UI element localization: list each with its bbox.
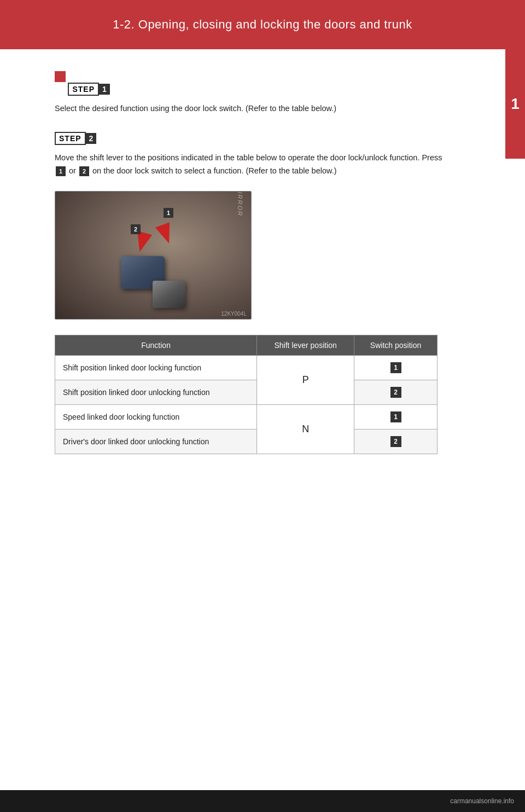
step2-badge1: 1 — [56, 166, 66, 176]
col-header-function: Function — [55, 335, 257, 355]
step1-text: STEP — [68, 83, 99, 96]
table-cell-function: Shift position linked door unlocking fun… — [55, 380, 257, 404]
step1-body: Select the desired function using the do… — [55, 102, 448, 115]
page-title: 1-2. Opening, closing and locking the do… — [113, 18, 412, 32]
table-cell-shift: N — [257, 404, 354, 454]
function-table: Function Shift lever position Switch pos… — [55, 335, 438, 454]
step2-badge2: 2 — [79, 166, 89, 176]
switch-badge: 2 — [390, 387, 401, 398]
table-row: Driver's door linked door unlocking func… — [55, 429, 438, 454]
table-cell-switch: 1 — [354, 355, 438, 380]
table-row: Shift position linked door locking funct… — [55, 355, 438, 380]
step2-body: Move the shift lever to the positions in… — [55, 152, 448, 178]
header-bar: 1-2. Opening, closing and locking the do… — [0, 0, 525, 49]
switch-badge: 2 — [390, 436, 401, 447]
table-row: Shift position linked door unlocking fun… — [55, 380, 438, 404]
table-cell-switch: 2 — [354, 380, 438, 404]
table-cell-switch: 1 — [354, 404, 438, 429]
image-badge-1: 1 — [164, 208, 173, 218]
image-watermark: 12KY004L — [221, 311, 247, 317]
step2-label: STEP 2 — [55, 132, 96, 145]
step1-label: STEP 1 — [68, 83, 109, 96]
bottom-bar: carmanualsonline.info — [0, 790, 525, 812]
switch-badge: 1 — [390, 362, 401, 373]
step2-num: 2 — [86, 133, 97, 144]
step1-num: 1 — [99, 84, 110, 95]
chapter-tab: 1 — [505, 49, 525, 159]
table-cell-function: Shift position linked door locking funct… — [55, 355, 257, 380]
col-header-shift: Shift lever position — [257, 335, 354, 355]
switch-badge: 1 — [390, 411, 401, 422]
chapter-number: 1 — [511, 95, 520, 113]
image-badge-2: 2 — [131, 224, 141, 234]
car-interior-image: MIRROR 1 2 12KY004L — [55, 191, 252, 320]
table-header-row: Function Shift lever position Switch pos… — [55, 335, 438, 355]
secondary-switch — [153, 281, 185, 308]
table-cell-function: Speed linked door locking function — [55, 404, 257, 429]
mirror-label: MIRROR — [237, 191, 243, 217]
step2-text-mid: or — [69, 166, 78, 175]
step2-text: STEP — [55, 132, 86, 145]
table-cell-shift: P — [257, 355, 354, 404]
section-marker — [55, 71, 66, 82]
table-cell-function: Driver's door linked door unlocking func… — [55, 429, 257, 454]
table-row: Speed linked door locking functionN1 — [55, 404, 438, 429]
step2-text-after: on the door lock switch to select a func… — [92, 166, 337, 175]
col-header-switch: Switch position — [354, 335, 438, 355]
website-url: carmanualsonline.info — [450, 797, 514, 805]
table-cell-switch: 2 — [354, 429, 438, 454]
step2-text-before: Move the shift lever to the positions in… — [55, 153, 442, 162]
main-content: STEP 1 Select the desired function using… — [0, 49, 492, 487]
